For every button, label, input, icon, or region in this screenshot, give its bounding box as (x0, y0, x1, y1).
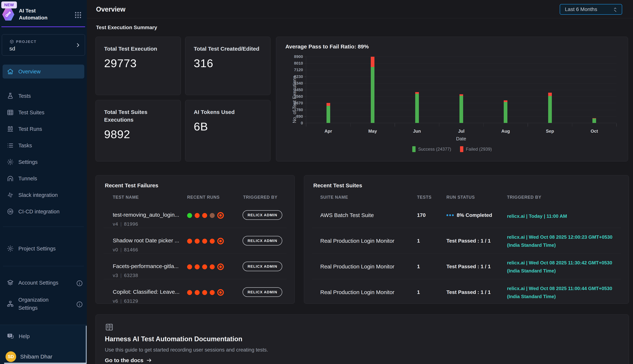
failure-row[interactable]: Shadow root Date picker ...v0|81466RELIC… (96, 232, 294, 258)
run-status-dot-failed-ring[interactable] (217, 264, 224, 270)
run-status-dot-failed[interactable] (202, 213, 207, 218)
run-status-text: Test Passed : 1 / 1 (446, 289, 491, 295)
arrow-right-icon (146, 357, 152, 364)
suite-row[interactable]: AWS Batch Test Suite1708% Completedrelic… (304, 206, 629, 232)
user-name: Shibam Dhar (20, 354, 52, 360)
stat-card-total-test-created-edited: Total Test Created/Edited316 (185, 37, 270, 95)
suite-name: AWS Batch Test Suite (320, 212, 374, 218)
sidebar-item-ci-cd-integration[interactable]: CI-CD integration (0, 203, 87, 220)
suite-row[interactable]: Real Production Login Monitor1Test Passe… (304, 284, 629, 309)
run-status-text: Test Passed : 1 / 1 (446, 264, 491, 270)
docs-title: Harness AI Test Automation Documentation (105, 335, 242, 343)
run-status-dot-failed[interactable] (210, 239, 215, 244)
run-status-dot-failed[interactable] (187, 264, 192, 269)
test-name: Shadow root Date picker ... (113, 238, 179, 244)
gridline (306, 57, 616, 57)
run-status-dot-failed[interactable] (195, 264, 200, 269)
sidebar-item-organization-settings[interactable]: Organization Settings (0, 291, 87, 317)
app-grid-icon[interactable] (74, 11, 82, 19)
info-icon[interactable] (76, 301, 82, 307)
test-version: v3 (113, 273, 118, 278)
sidebar-accent-divider (1, 26, 85, 27)
run-status-dot-failed[interactable] (202, 290, 207, 295)
run-status: 8% Completed (446, 212, 492, 218)
failure-row[interactable]: Copilot: Classified: Leave...v6|63129REL… (96, 284, 294, 309)
x-axis-tick (572, 123, 572, 126)
y-axis-tick-label: 2670 (294, 101, 303, 106)
sidebar-item-account-settings[interactable]: Account Settings (0, 274, 87, 291)
sidebar-item-tunnels[interactable]: Tunnels (0, 170, 87, 187)
failures-title: Recent Test Failures (105, 182, 158, 188)
run-status-dot-failed[interactable] (202, 239, 207, 244)
sidebar-item-overview[interactable]: Overview (3, 64, 84, 78)
x-axis-tick (483, 123, 484, 126)
layers-icon (7, 279, 14, 286)
run-status-dot-failed[interactable] (210, 264, 215, 269)
sidebar-item-test-runs[interactable]: Test Runs (0, 121, 87, 137)
suite-row[interactable]: Real Production Login Monitor1Test Passe… (304, 258, 629, 284)
section-title: Test Execution Summary (96, 24, 157, 30)
triggered-by-button[interactable]: RELICX ADMIN (243, 287, 282, 297)
legend-item-failed[interactable]: Failed (2939) (460, 146, 492, 152)
bar-success-oct (592, 118, 596, 123)
run-status-dot-failed-ring[interactable] (217, 212, 224, 219)
run-status-dot-failed[interactable] (187, 239, 192, 244)
x-axis-tick (439, 123, 439, 126)
row-divider (104, 279, 287, 279)
sidebar-item-project-settings[interactable]: Project Settings (0, 240, 87, 257)
sidebar-vertical-scrollbar[interactable] (86, 326, 87, 363)
run-status-dot-success[interactable] (187, 213, 192, 218)
legend-item-success[interactable]: Success (24377) (412, 146, 451, 152)
triggered-by-button[interactable]: RELICX ADMIN (243, 236, 282, 246)
user-menu[interactable]: SD Shibam Dhar (0, 349, 87, 364)
stat-card-value: 9892 (104, 128, 172, 141)
run-status-text: 8% Completed (457, 212, 492, 218)
triggered-by-button[interactable]: RELICX ADMIN (243, 262, 282, 271)
tunnel-icon (7, 175, 14, 182)
info-icon[interactable] (76, 280, 82, 286)
failure-row[interactable]: test-removing_auto_login...v4|81996RELIC… (96, 206, 294, 232)
x-axis-tick (350, 123, 351, 126)
failure-row[interactable]: Facets-performance-gitla...v3|63238RELIC… (96, 258, 294, 284)
stat-card-ai-tokens-used: AI Tokens Used6B (185, 100, 270, 162)
x-axis-category-label: Apr (325, 128, 332, 134)
x-axis-category-label: Jul (458, 128, 465, 134)
run-status-dot-skipped[interactable] (210, 213, 215, 218)
test-version-id: v0|81466 (113, 247, 138, 253)
sidebar-item-tasks[interactable]: Tasks (0, 137, 87, 154)
run-status-dot-failed-ring[interactable] (217, 289, 224, 296)
grid-icon (7, 109, 14, 116)
run-status-dot-failed[interactable] (195, 213, 200, 218)
run-status-dot-failed[interactable] (210, 290, 215, 295)
sidebar-item-help[interactable]: ? Help (0, 329, 87, 344)
select-updown-icon (612, 6, 618, 12)
sidebar-item-label: Slack integration (18, 192, 58, 198)
time-range-select[interactable]: Last 6 Months (560, 4, 622, 15)
suite-row[interactable]: Real Production Login Monitor1Test Passe… (304, 232, 629, 258)
sidebar-item-tests[interactable]: Tests (0, 88, 87, 104)
docs-link[interactable]: Go to the docs (105, 357, 152, 364)
sidebar-nav: OverviewTestsTest SuitesTest RunsTasksSe… (0, 64, 87, 220)
y-axis-tick (304, 116, 306, 117)
run-status-dot-failed[interactable] (195, 290, 200, 295)
stat-card-total-test-execution: Total Test Execution29773 (96, 37, 181, 95)
project-selector[interactable]: PROJECT sd (2, 34, 85, 56)
cube-icon (9, 39, 14, 44)
run-status-dot-failed[interactable] (202, 264, 207, 269)
sidebar-item-settings[interactable]: Settings (0, 154, 87, 170)
sidebar-item-label: Project Settings (18, 246, 56, 252)
run-status-dot-failed[interactable] (187, 290, 192, 295)
columns-icon (7, 125, 14, 133)
sidebar-horizontal-scrollbar[interactable] (4, 363, 87, 364)
chevron-right-icon (75, 42, 81, 48)
y-axis-tick-label: 5340 (294, 81, 303, 86)
suite-tests-count: 1 (417, 289, 420, 295)
run-status-dot-failed-ring[interactable] (217, 238, 224, 244)
docs-subtitle: Use this guide to get started recording … (105, 347, 268, 353)
test-run-id: 63238 (124, 273, 138, 278)
triggered-by-button[interactable]: RELICX ADMIN (243, 210, 282, 220)
sidebar-item-test-suites[interactable]: Test Suites (0, 104, 87, 121)
suite-triggered-by: relicx.ai | Wed Oct 08 2025 11:00:44 GMT… (507, 284, 625, 300)
sidebar-item-slack-integration[interactable]: Slack integration (0, 187, 87, 203)
run-status-dot-failed[interactable] (195, 239, 200, 244)
